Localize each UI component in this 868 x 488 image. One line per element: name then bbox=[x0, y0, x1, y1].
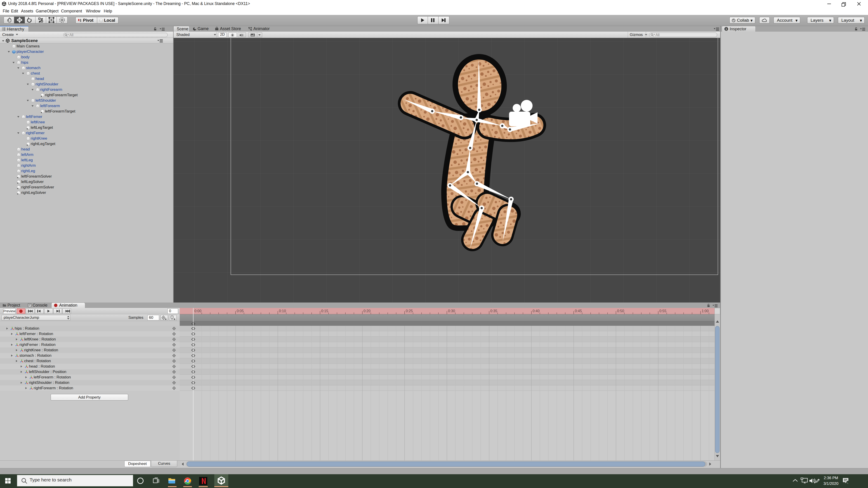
svg-text:0:50: 0:50 bbox=[617, 309, 624, 313]
svg-text:0:25: 0:25 bbox=[406, 309, 413, 313]
svg-text:1:00: 1:00 bbox=[702, 309, 709, 313]
svg-text:0:45: 0:45 bbox=[575, 309, 582, 313]
svg-text:0:00: 0:00 bbox=[194, 309, 202, 313]
svg-text:0:20: 0:20 bbox=[364, 309, 370, 313]
svg-text:0:30: 0:30 bbox=[448, 309, 455, 313]
svg-text:0:05: 0:05 bbox=[237, 309, 244, 313]
svg-text:0:55: 0:55 bbox=[659, 309, 666, 313]
svg-text:0:35: 0:35 bbox=[490, 309, 497, 313]
svg-text:0:40: 0:40 bbox=[532, 309, 539, 313]
svg-text:0:15: 0:15 bbox=[321, 309, 328, 313]
svg-text:i: i bbox=[726, 27, 727, 31]
svg-text:0:10: 0:10 bbox=[279, 309, 286, 313]
